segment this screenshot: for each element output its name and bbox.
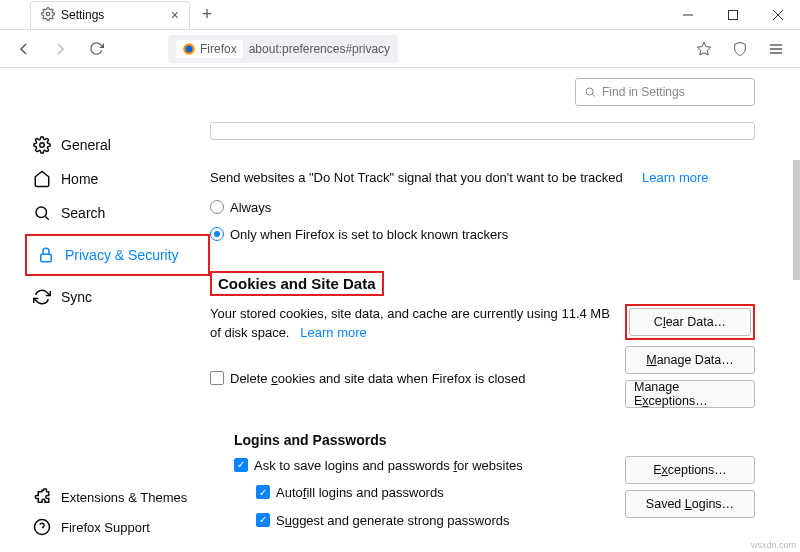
manage-data-button[interactable]: Manage Data…: [625, 346, 755, 374]
clear-data-button[interactable]: Clear Data…: [629, 308, 751, 336]
forward-button[interactable]: [46, 35, 74, 63]
sidebar-label: Privacy & Security: [65, 247, 179, 263]
reload-button[interactable]: [82, 35, 110, 63]
svg-point-17: [586, 88, 593, 95]
close-window-button[interactable]: [755, 0, 800, 30]
sidebar-label: Firefox Support: [61, 520, 150, 535]
learn-more-link[interactable]: Learn more: [642, 168, 708, 188]
svg-marker-7: [697, 42, 710, 55]
toolbar: Firefox about:preferences#privacy: [0, 30, 800, 68]
logins-exceptions-button[interactable]: Exceptions…: [625, 456, 755, 484]
sidebar-label: Home: [61, 171, 98, 187]
radio-only-known[interactable]: [210, 227, 224, 241]
main-panel: Find in Settings Send websites a "Do Not…: [210, 68, 800, 552]
checkbox-ask-save[interactable]: ✓: [234, 458, 248, 472]
search-icon: [33, 204, 51, 222]
sidebar: General Home Search Privacy & Security S…: [0, 68, 210, 552]
sidebar-item-general[interactable]: General: [25, 128, 210, 162]
checkbox-autofill-label: Autofill logins and passwords: [276, 483, 444, 503]
new-tab-button[interactable]: +: [194, 2, 220, 28]
back-button[interactable]: [10, 35, 38, 63]
home-icon: [33, 170, 51, 188]
lock-icon: [37, 246, 55, 264]
svg-point-6: [186, 45, 193, 52]
sidebar-item-privacy[interactable]: Privacy & Security: [29, 238, 206, 272]
checkbox-autofill[interactable]: ✓: [256, 485, 270, 499]
highlight-box-sidebar: Privacy & Security: [25, 234, 210, 276]
checkbox-suggest-label: Suggest and generate strong passwords: [276, 511, 509, 531]
identity-box[interactable]: Firefox: [176, 40, 243, 58]
maximize-button[interactable]: [710, 0, 755, 30]
search-icon: [584, 86, 596, 98]
gear-icon: [33, 136, 51, 154]
sidebar-label: General: [61, 137, 111, 153]
help-icon: [33, 518, 51, 536]
minimize-button[interactable]: [665, 0, 710, 30]
sidebar-item-home[interactable]: Home: [25, 162, 210, 196]
url-bar[interactable]: Firefox about:preferences#privacy: [168, 35, 398, 63]
shield-icon[interactable]: [726, 35, 754, 63]
radio-always-label: Always: [230, 198, 271, 218]
sidebar-item-extensions[interactable]: Extensions & Themes: [25, 482, 210, 512]
highlight-box-clear: Clear Data…: [625, 304, 755, 340]
sidebar-label: Search: [61, 205, 105, 221]
svg-rect-2: [728, 10, 737, 19]
firefox-icon: [182, 42, 196, 56]
svg-line-13: [45, 216, 48, 219]
puzzle-icon: [33, 488, 51, 506]
svg-point-11: [40, 143, 45, 148]
gear-icon: [41, 7, 55, 24]
titlebar: Settings × +: [0, 0, 800, 30]
radio-only-known-label: Only when Firefox is set to block known …: [230, 225, 508, 245]
window-controls: [665, 0, 800, 30]
sidebar-item-support[interactable]: Firefox Support: [25, 512, 210, 542]
bookmark-star-icon[interactable]: [690, 35, 718, 63]
identity-label: Firefox: [200, 42, 237, 56]
saved-logins-button[interactable]: Saved Logins…: [625, 490, 755, 518]
manage-exceptions-button[interactable]: Manage Exceptions…: [625, 380, 755, 408]
radio-always[interactable]: [210, 200, 224, 214]
close-tab-icon[interactable]: ×: [171, 7, 179, 23]
sidebar-label: Sync: [61, 289, 92, 305]
svg-point-12: [36, 207, 47, 218]
watermark: wsxdn.com: [751, 540, 796, 550]
browser-tab[interactable]: Settings ×: [30, 1, 190, 29]
svg-point-0: [46, 12, 50, 16]
section-title-cookies: Cookies and Site Data: [218, 275, 376, 292]
textbox[interactable]: [210, 122, 755, 140]
sidebar-label: Extensions & Themes: [61, 490, 187, 505]
sidebar-item-search[interactable]: Search: [25, 196, 210, 230]
menu-button[interactable]: [762, 35, 790, 63]
svg-rect-14: [41, 254, 52, 262]
checkbox-ask-save-label: Ask to save logins and passwords for web…: [254, 456, 523, 476]
search-placeholder: Find in Settings: [602, 85, 685, 99]
checkbox-delete-on-close[interactable]: [210, 371, 224, 385]
sync-icon: [33, 288, 51, 306]
section-title-logins: Logins and Passwords: [234, 432, 755, 448]
svg-line-18: [592, 94, 594, 96]
checkbox-delete-label: Delete cookies and site data when Firefo…: [230, 369, 526, 389]
dnt-text: Send websites a "Do Not Track" signal th…: [210, 168, 623, 188]
sidebar-item-sync[interactable]: Sync: [25, 280, 210, 314]
highlight-box-title: Cookies and Site Data: [210, 271, 384, 296]
search-input[interactable]: Find in Settings: [575, 78, 755, 106]
tab-title: Settings: [61, 8, 104, 22]
cookies-desc: Your stored cookies, site data, and cach…: [210, 306, 610, 341]
url-text: about:preferences#privacy: [249, 42, 390, 56]
scrollbar[interactable]: [793, 160, 800, 280]
learn-more-link[interactable]: Learn more: [300, 325, 366, 340]
checkbox-suggest[interactable]: ✓: [256, 513, 270, 527]
